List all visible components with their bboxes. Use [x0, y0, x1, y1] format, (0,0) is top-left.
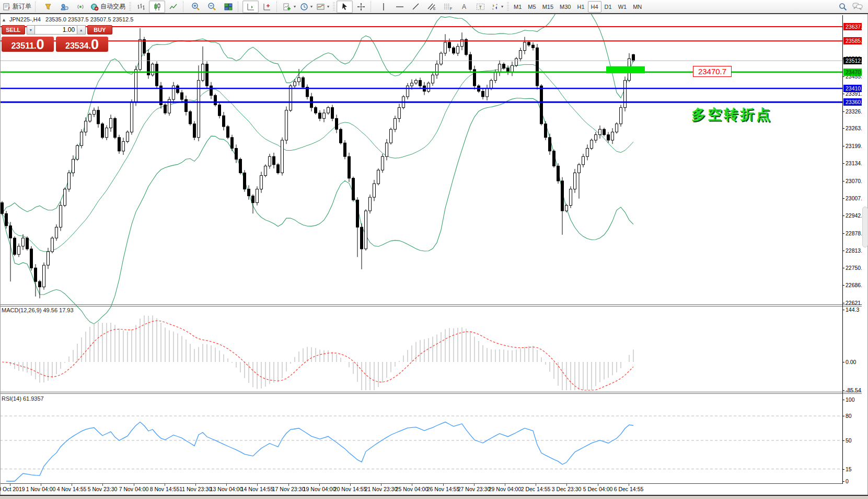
new-order-button[interactable]: 新订单 [1, 1, 33, 13]
indicators-button[interactable]: ▾ [281, 1, 298, 13]
cursor-tool-button[interactable] [337, 1, 353, 13]
right-scroll-strip [862, 15, 867, 495]
price-tick-mark [842, 128, 844, 129]
timeframe-h4[interactable]: H4 [588, 1, 601, 13]
macd-tick-mark [842, 390, 844, 391]
date-label: 30 Oct 2019 [0, 486, 25, 492]
volume-down-button[interactable]: ▼ [27, 25, 36, 35]
templates-button[interactable]: ▾ [315, 1, 331, 13]
volume-input[interactable] [35, 25, 77, 35]
buy-button[interactable]: BUY [87, 25, 112, 35]
vertical-line-icon [380, 3, 387, 11]
chart-shift-button[interactable] [259, 1, 275, 13]
candle-body [252, 196, 254, 203]
arrows-tool[interactable]: ▾ [489, 1, 505, 13]
buy-price-display[interactable]: 23534. 0 [56, 37, 108, 52]
price-tick-mark [842, 303, 844, 303]
candle-body [131, 102, 133, 132]
sell-price-display[interactable]: 23511. 0 [2, 37, 54, 52]
auto-scroll-button[interactable] [242, 1, 259, 13]
timeframe-h1[interactable]: H1 [574, 1, 587, 13]
search-icon[interactable] [839, 3, 847, 11]
vertical-line-tool[interactable] [375, 1, 391, 13]
line-chart-button[interactable] [165, 1, 181, 13]
virtual-hosting-icon [60, 3, 68, 11]
horizontal-line-icon [396, 3, 404, 10]
candle-body [528, 42, 530, 45]
timeframe-d1[interactable]: D1 [601, 1, 615, 13]
zoom-in-button[interactable] [188, 1, 204, 13]
candle-body [72, 159, 75, 173]
candle-body [465, 40, 468, 55]
price-flag-label[interactable]: 23470.7 [693, 66, 732, 77]
periods-button[interactable]: ▾ [298, 1, 315, 13]
date-label: 7 Nov 04:00 [119, 486, 149, 492]
bar-chart-button[interactable] [133, 1, 149, 13]
candle-body [381, 156, 384, 170]
candle-body [185, 99, 188, 111]
dropdown-caret: ▾ [501, 4, 503, 9]
svg-text:A: A [462, 3, 466, 10]
signals-button[interactable] [72, 1, 88, 13]
candle-body [14, 238, 16, 254]
ohlc-values: 23535.0 23537.5 23507.5 23512.5 [45, 16, 133, 22]
crosshair-tool-button[interactable] [353, 1, 369, 13]
sell-price-big-digit: 0 [37, 38, 44, 51]
zoom-out-button[interactable] [204, 1, 220, 13]
candle-body [156, 64, 158, 86]
price-tick-mark [842, 111, 844, 112]
trendline-tool[interactable] [408, 1, 424, 13]
text-tool[interactable]: A [456, 1, 472, 13]
timeframe-mn[interactable]: MN [630, 1, 645, 13]
sell-button[interactable]: SELL [2, 25, 25, 35]
channel-tool[interactable]: E [424, 1, 440, 13]
candle-body [281, 140, 284, 173]
templates-icon [317, 3, 325, 11]
candle-body [323, 113, 326, 118]
scrollbar-thumb[interactable] [862, 207, 868, 247]
divider [238, 2, 240, 12]
chat-icon[interactable] [852, 3, 863, 10]
candle-body [340, 129, 342, 143]
candle-body [55, 227, 58, 238]
candle-body [264, 166, 267, 175]
candle-body [256, 189, 259, 203]
one-click-toggle-icon[interactable]: ▲ [2, 17, 6, 22]
timeframe-m30[interactable]: M30 [557, 1, 574, 13]
symbol-period-label: JPN225-,H4 [9, 16, 41, 22]
candle-body [540, 86, 543, 124]
candle-body [607, 135, 610, 140]
hosting-button[interactable] [56, 1, 72, 13]
candle-body [440, 53, 443, 64]
timeframe-m15[interactable]: M15 [539, 1, 557, 13]
candle-body [231, 138, 234, 149]
window-bottom-edge [0, 495, 868, 499]
tile-windows-button[interactable] [220, 1, 236, 13]
rsi-scale-label: 50 [846, 437, 852, 444]
divider [183, 2, 186, 12]
horizontal-line-tool[interactable] [391, 1, 408, 13]
date-label: 14 Nov 14:55 [241, 486, 273, 492]
candle-body [415, 81, 418, 83]
timeframe-w1[interactable]: W1 [615, 1, 630, 13]
candle-body [244, 173, 246, 189]
volume-up-button[interactable]: ▲ [77, 25, 86, 35]
date-label: 2 Dec 14:55 [521, 486, 551, 492]
rsi-tick-mark [842, 481, 844, 482]
timeframe-m1[interactable]: M1 [511, 1, 525, 13]
candlestick-chart-button[interactable] [149, 1, 165, 13]
label-tool[interactable]: T [472, 1, 489, 13]
chart-canvas[interactable] [0, 0, 868, 499]
highlight-zone[interactable] [606, 66, 645, 74]
candle-body [394, 118, 397, 129]
fibonacci-tool[interactable]: F [440, 1, 456, 13]
chinese-annotation[interactable]: 多空转折点 [691, 105, 772, 124]
algo-trading-button[interactable]: 自动交易 [88, 1, 128, 13]
market-button[interactable] [40, 1, 56, 13]
candle-body [93, 110, 96, 115]
rsi-scale-label: 80 [846, 413, 852, 419]
candle-body [60, 206, 62, 228]
candle-body [532, 45, 535, 48]
timeframe-m5[interactable]: M5 [525, 1, 539, 13]
candle-body [85, 121, 87, 132]
